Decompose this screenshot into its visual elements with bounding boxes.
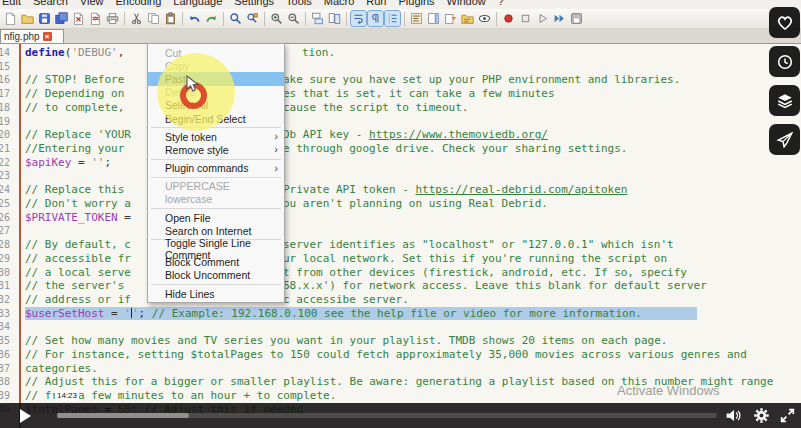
menu-bar-items: EditSearchViewEncodingLanguageSettingsTo… bbox=[0, 0, 801, 8]
macro-stop-button[interactable] bbox=[518, 11, 533, 26]
menu-item-edit[interactable]: Edit bbox=[2, 0, 21, 8]
cut-button[interactable] bbox=[129, 11, 144, 26]
line-number: 18 bbox=[0, 101, 10, 115]
close-all-button[interactable] bbox=[88, 11, 103, 26]
replace-button[interactable] bbox=[245, 11, 260, 26]
show-all-chars-button[interactable] bbox=[368, 11, 383, 26]
save-button[interactable] bbox=[37, 11, 52, 26]
code-token: // Replace 'YOUR bbox=[25, 128, 131, 141]
selected-text: $userSetHost = ''; // Example: 192.168.0… bbox=[25, 307, 697, 321]
share-button[interactable] bbox=[769, 124, 800, 155]
watch-later-button[interactable] bbox=[769, 46, 800, 77]
fullscreen-button[interactable] bbox=[779, 407, 796, 427]
sync-h-button[interactable] bbox=[327, 11, 342, 26]
word-wrap-button[interactable] bbox=[351, 11, 366, 26]
folder-as-workspace-button[interactable] bbox=[460, 11, 475, 26]
fullscreen-icon bbox=[779, 407, 796, 424]
macro-save-button[interactable] bbox=[569, 11, 584, 26]
menu-item-label: Hide Lines bbox=[165, 288, 215, 300]
document-switcher-button[interactable] bbox=[443, 11, 458, 26]
indent-guide-button[interactable] bbox=[385, 11, 400, 26]
menu-item-plugins[interactable]: Plugins bbox=[399, 0, 435, 8]
print-button[interactable] bbox=[105, 11, 120, 26]
context-menu-item-remove-style[interactable]: Remove style› bbox=[148, 143, 284, 156]
toolbar-separator bbox=[305, 12, 306, 26]
menu-item-window[interactable]: Window bbox=[447, 0, 486, 8]
code-token: // Don't worry a bbox=[25, 197, 131, 210]
seek-time-tooltip: 14:23 bbox=[55, 390, 79, 401]
code-fragment-right: Private API token - https://real-debrid.… bbox=[283, 183, 627, 197]
menu-item-search[interactable]: Search bbox=[33, 0, 68, 8]
paste-button[interactable] bbox=[163, 11, 178, 26]
context-menu-item-block-comment[interactable]: Block Comment bbox=[148, 256, 284, 269]
gear-icon bbox=[753, 407, 770, 424]
context-menu-item-search-on-internet[interactable]: Search on Internet bbox=[148, 224, 284, 237]
line-number: 37 bbox=[0, 362, 10, 376]
save-all-button[interactable] bbox=[54, 11, 69, 26]
context-menu-item-block-uncomment[interactable]: Block Uncomment bbox=[148, 269, 284, 282]
menu-item-settings[interactable]: Settings bbox=[234, 0, 274, 8]
tab-config-php[interactable]: nfig.php × bbox=[0, 29, 64, 43]
code-editor[interactable]: 1415161718192021222324252627282930313233… bbox=[0, 43, 801, 428]
send-icon bbox=[776, 131, 794, 149]
context-menu-item-toggle-single-line-comment[interactable]: Toggle Single Line Comment bbox=[148, 242, 284, 255]
context-menu-item-lowercase[interactable]: lowercase bbox=[148, 193, 284, 206]
macro-record-button[interactable] bbox=[501, 11, 516, 26]
context-menu-item-plugin-commands[interactable]: Plugin commands› bbox=[148, 162, 284, 175]
document-map-button[interactable] bbox=[426, 11, 441, 26]
code-token: t from other devices (firestick, android… bbox=[283, 266, 687, 279]
menu-item-[interactable]: ? bbox=[498, 0, 504, 8]
menu-item-label: UPPERCASE bbox=[165, 180, 230, 192]
play-button[interactable] bbox=[6, 404, 45, 427]
add-to-stack-button[interactable] bbox=[769, 85, 800, 116]
code-token: ' bbox=[124, 307, 131, 320]
new-file-button[interactable] bbox=[3, 11, 18, 26]
settings-button[interactable] bbox=[753, 407, 770, 427]
menu-item-view[interactable]: View bbox=[80, 0, 104, 8]
close-button[interactable] bbox=[71, 11, 86, 26]
clock-icon bbox=[776, 53, 794, 71]
code-line-26: $PRIVATE_TOKEN = bbox=[25, 211, 801, 225]
menu-item-run[interactable]: Run bbox=[366, 0, 386, 8]
code-token: 68.x.x') for network access. Leave this … bbox=[283, 279, 707, 292]
code-token: categories. bbox=[25, 362, 98, 375]
zoom-out-button[interactable] bbox=[286, 11, 301, 26]
context-menu-item-uppercase[interactable]: UPPERCASE bbox=[148, 180, 284, 193]
code-fragment-right: 68.x.x') for network access. Leave this … bbox=[283, 279, 707, 293]
macro-play-button[interactable] bbox=[535, 11, 550, 26]
context-menu-item-hide-lines[interactable]: Hide Lines bbox=[148, 287, 284, 300]
sync-v-button[interactable] bbox=[310, 11, 325, 26]
submenu-arrow-icon: › bbox=[274, 162, 278, 175]
line-number: 14 bbox=[0, 46, 10, 60]
tab-close-icon[interactable]: × bbox=[43, 32, 52, 41]
find-button[interactable] bbox=[228, 11, 243, 26]
play-icon bbox=[20, 409, 31, 423]
code-token: $apiKey bbox=[25, 156, 71, 169]
line-number: 22 bbox=[0, 156, 10, 170]
progress-bar[interactable] bbox=[57, 413, 717, 418]
code-line-15 bbox=[25, 60, 801, 74]
zoom-in-button[interactable] bbox=[269, 11, 284, 26]
copy-button[interactable] bbox=[146, 11, 161, 26]
context-menu-item-open-file[interactable]: Open File bbox=[148, 211, 284, 224]
menu-item-tools[interactable]: Tools bbox=[286, 0, 312, 8]
redo-button[interactable] bbox=[204, 11, 219, 26]
submenu-arrow-icon: › bbox=[274, 143, 278, 156]
code-token: tion. bbox=[302, 46, 335, 59]
code-fragment-right: Db API key - https://www.themoviedb.org/ bbox=[283, 128, 548, 142]
menu-item-language[interactable]: Language bbox=[173, 0, 222, 8]
line-number: 16 bbox=[0, 73, 10, 87]
open-button[interactable] bbox=[20, 11, 35, 26]
volume-button[interactable] bbox=[724, 407, 742, 427]
monitor-button[interactable] bbox=[477, 11, 492, 26]
context-menu-item-cut[interactable]: Cut bbox=[148, 46, 284, 59]
like-button[interactable] bbox=[769, 7, 800, 38]
function-list-button[interactable] bbox=[409, 11, 424, 26]
context-menu-item-style-token[interactable]: Style token› bbox=[148, 130, 284, 143]
menu-item-encoding[interactable]: Encoding bbox=[115, 0, 161, 8]
macro-run-button[interactable] bbox=[552, 11, 567, 26]
toolbar-separator bbox=[124, 12, 125, 26]
undo-button[interactable] bbox=[187, 11, 202, 26]
code-token: ; bbox=[104, 156, 111, 169]
menu-item-macro[interactable]: Macro bbox=[324, 0, 355, 8]
